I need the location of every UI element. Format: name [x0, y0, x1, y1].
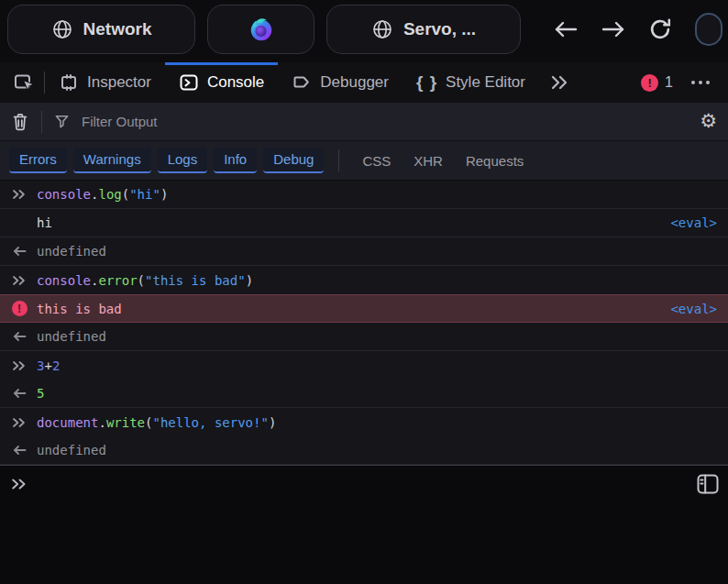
code-token: "hi" [129, 187, 160, 202]
split-console-icon[interactable] [697, 474, 719, 494]
console-log-row[interactable]: hi <eval> [0, 209, 728, 237]
code-token: . [91, 273, 98, 288]
console-command-row[interactable]: 3+2 [0, 351, 728, 380]
command-prompt-icon [11, 188, 28, 201]
code-token: error [98, 273, 137, 288]
back-icon[interactable] [552, 17, 579, 41]
error-count: 1 [665, 74, 673, 91]
clear-console-icon[interactable] [11, 112, 29, 132]
console-result-row[interactable]: 5 [0, 380, 728, 408]
filter-funnel-icon [54, 114, 70, 129]
devtools-menu-icon[interactable] [680, 62, 721, 103]
eval-source-link[interactable]: <eval> [670, 215, 717, 230]
console-icon [179, 72, 199, 93]
browser-nav-controls [552, 13, 722, 46]
tab-label: Style Editor [446, 73, 525, 92]
result-arrow-icon [11, 445, 28, 456]
browser-tab-firefox-home[interactable] [207, 5, 314, 54]
reload-icon[interactable] [647, 17, 673, 42]
command-prompt-icon [11, 274, 28, 287]
code-token: + [44, 358, 51, 373]
input-prompt-icon [11, 477, 28, 491]
code-token: . [98, 415, 105, 430]
console-output: console.log("hi") hi <eval> undefined co… [0, 181, 728, 465]
console-command-row[interactable]: document.write("hello, servo!") [0, 408, 728, 436]
tab-label: Servo, ... [403, 19, 476, 39]
divider [41, 111, 42, 133]
browser-toolbar: Network [0, 0, 728, 62]
console-input-area[interactable] [0, 465, 728, 584]
tab-debugger[interactable]: Debugger [278, 62, 403, 103]
tab-label: Network [83, 19, 152, 39]
error-count-button[interactable]: ! 1 [634, 74, 680, 92]
filter-toggle-css[interactable]: CSS [354, 153, 399, 169]
console-command-row[interactable]: console.log("hi") [0, 181, 728, 209]
console-command-row[interactable]: console.error("this is bad") [0, 266, 728, 294]
console-result-row[interactable]: undefined [0, 323, 728, 351]
node-picker-icon[interactable] [4, 62, 44, 103]
result-value: undefined [37, 329, 106, 344]
globe-icon [51, 18, 73, 40]
code-token: 2 [52, 358, 60, 373]
devtools-toolbox-tabs: Inspector Console Debugger { } Style Edi… [0, 62, 728, 103]
code-token: log [98, 187, 121, 202]
inspector-icon [59, 72, 79, 93]
tab-inspector[interactable]: Inspector [45, 62, 165, 103]
result-arrow-icon [11, 388, 28, 399]
console-result-row[interactable]: undefined [0, 237, 728, 266]
firefox-logo-icon [248, 16, 275, 43]
braces-icon: { } [416, 72, 437, 93]
filter-toggle-warnings[interactable]: Warnings [73, 148, 151, 173]
filter-toggle-info[interactable]: Info [214, 148, 257, 173]
log-message: hi [37, 215, 52, 230]
filter-toggle-errors[interactable]: Errors [9, 148, 67, 173]
tab-console[interactable]: Console [165, 62, 278, 103]
command-prompt-icon [11, 416, 28, 429]
result-arrow-icon [11, 246, 28, 257]
tab-label: Debugger [320, 73, 389, 92]
code-token: ( [138, 273, 145, 288]
code-token: ) [269, 415, 276, 430]
code-token: console [37, 273, 91, 288]
forward-icon[interactable] [600, 17, 627, 41]
eval-source-link[interactable]: <eval> [670, 302, 717, 316]
code-token: document [37, 415, 98, 430]
debugger-icon [292, 72, 312, 93]
result-value: 5 [37, 386, 44, 401]
code-token: ) [246, 273, 253, 288]
browser-tab-servo[interactable]: Servo, ... [326, 5, 521, 54]
console-error-row[interactable]: ! this is bad <eval> [0, 294, 728, 323]
filter-toggle-xhr[interactable]: XHR [405, 153, 451, 169]
error-icon: ! [11, 301, 28, 316]
code-token: ) [160, 187, 168, 202]
tab-style-editor[interactable]: { } Style Editor [403, 62, 539, 103]
code-token: "hello, servo!" [152, 415, 268, 430]
result-value: undefined [37, 244, 106, 259]
console-input-line[interactable] [0, 466, 728, 502]
globe-icon [371, 18, 393, 40]
filter-toggle-debug[interactable]: Debug [263, 148, 324, 173]
console-settings-gear-icon[interactable]: ⚙ [700, 112, 717, 131]
browser-tab-network[interactable]: Network [7, 5, 195, 54]
code-token: ( [122, 187, 129, 202]
console-filter-toggles: Errors Warnings Logs Info Debug CSS XHR … [0, 141, 728, 181]
profile-avatar[interactable] [695, 13, 722, 46]
code-token: console [37, 187, 91, 202]
filter-output-input[interactable] [82, 114, 688, 129]
code-token: write [106, 415, 145, 430]
filter-toggle-logs[interactable]: Logs [158, 148, 208, 173]
filter-toggle-requests[interactable]: Requests [458, 153, 532, 169]
tab-label: Inspector [87, 73, 151, 92]
error-badge-icon: ! [641, 74, 658, 92]
code-token: "this is bad" [145, 273, 246, 288]
divider [338, 149, 339, 171]
error-message: this is bad [37, 302, 122, 316]
code-token: . [91, 187, 98, 202]
console-result-row[interactable]: undefined [0, 436, 728, 465]
code-token: 3 [37, 358, 44, 373]
tab-label: Console [207, 73, 264, 92]
more-tabs-chevron-icon[interactable] [539, 62, 579, 103]
code-token: ( [145, 415, 152, 430]
command-prompt-icon [11, 359, 28, 372]
result-arrow-icon [11, 331, 28, 342]
